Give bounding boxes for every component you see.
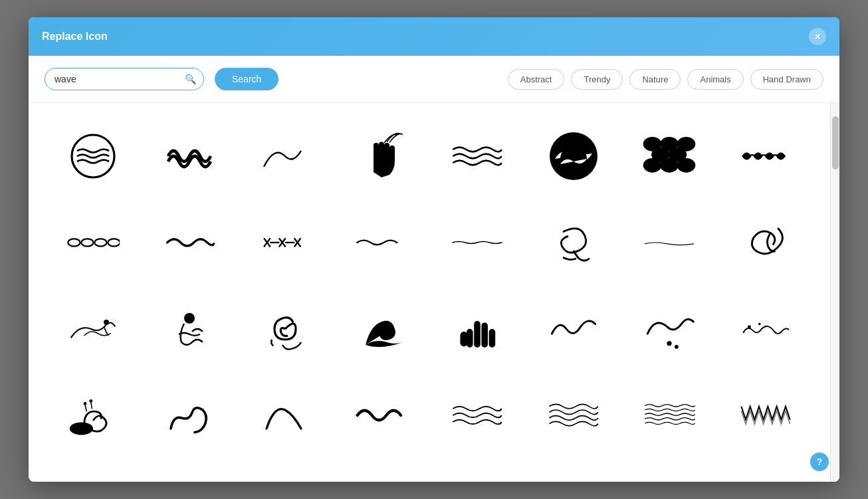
icon-long-wavy[interactable] <box>433 203 522 282</box>
icon-squiggly-small[interactable] <box>145 203 235 282</box>
icon-wave-drops[interactable] <box>625 289 714 369</box>
icon-multi-wavy2[interactable] <box>529 375 619 455</box>
icon-crashing-wave[interactable] <box>337 289 427 369</box>
svg-point-34 <box>84 402 87 405</box>
close-button[interactable]: × <box>809 28 826 45</box>
svg-rect-24 <box>482 322 488 348</box>
svg-point-21 <box>184 313 195 324</box>
svg-point-27 <box>667 341 672 346</box>
icon-snail[interactable] <box>49 375 138 455</box>
replace-icon-modal: Replace Icon × 🔍 Search Abstract Trendy … <box>29 17 839 482</box>
filter-abstract[interactable]: Abstract <box>508 69 565 90</box>
modal-body <box>29 103 839 482</box>
svg-point-35 <box>90 399 93 403</box>
svg-point-2 <box>560 146 587 172</box>
search-button[interactable]: Search <box>215 68 278 90</box>
icon-wavy-lines[interactable] <box>433 116 522 196</box>
icon-ocean-wave[interactable] <box>529 116 619 196</box>
svg-point-14 <box>68 239 80 246</box>
modal-toolbar: 🔍 Search Abstract Trendy Nature Animals … <box>29 56 839 103</box>
svg-point-17 <box>108 239 120 246</box>
icon-curly-wave[interactable] <box>721 203 811 282</box>
svg-line-32 <box>85 405 86 411</box>
icon-open-hand[interactable] <box>433 289 522 369</box>
icon-approx-wave[interactable] <box>337 375 427 455</box>
svg-point-29 <box>748 325 751 328</box>
filter-nature[interactable]: Nature <box>629 69 681 90</box>
svg-rect-26 <box>461 332 468 346</box>
icon-chain-wave2[interactable] <box>49 203 138 282</box>
icon-wave-swirl[interactable] <box>529 203 619 282</box>
svg-line-33 <box>91 402 92 409</box>
icon-chain-wave[interactable] <box>721 116 811 196</box>
icon-infinity-wave[interactable] <box>145 116 235 196</box>
modal-header: Replace Icon × <box>29 17 839 56</box>
icon-swimmer[interactable] <box>145 289 235 369</box>
icon-x-chain[interactable] <box>241 203 330 282</box>
icon-wave-circle[interactable] <box>49 116 138 196</box>
svg-point-20 <box>104 320 109 325</box>
icon-flat-wave[interactable] <box>625 203 714 282</box>
svg-point-16 <box>95 239 107 246</box>
svg-point-30 <box>758 323 761 326</box>
icon-zigzag-wave[interactable] <box>721 375 811 455</box>
svg-point-31 <box>70 422 93 435</box>
filter-tags: Abstract Trendy Nature Animals Hand Draw… <box>508 69 823 90</box>
icon-simple-wave[interactable] <box>241 116 330 196</box>
icon-fish-scale[interactable] <box>625 116 714 196</box>
svg-rect-25 <box>489 329 496 348</box>
help-button[interactable]: ? <box>810 452 829 471</box>
filter-animals[interactable]: Animals <box>687 69 743 90</box>
filter-trendy[interactable]: Trendy <box>571 69 623 90</box>
icon-multi-wavy[interactable] <box>433 375 522 455</box>
svg-rect-23 <box>474 321 481 348</box>
svg-point-9 <box>661 159 678 172</box>
icons-grid <box>49 116 810 455</box>
scrollbar-thumb[interactable] <box>832 116 839 169</box>
icons-area <box>29 103 830 482</box>
svg-point-10 <box>678 159 695 172</box>
icon-multi-wavy3[interactable] <box>625 375 714 455</box>
icon-wave-curl[interactable] <box>145 375 235 455</box>
svg-point-15 <box>82 239 94 246</box>
modal-title: Replace Icon <box>42 31 108 43</box>
svg-point-28 <box>675 345 679 349</box>
icon-hand-wave[interactable] <box>337 116 427 196</box>
icon-wave-line[interactable] <box>529 289 619 369</box>
filter-hand-drawn[interactable]: Hand Drawn <box>750 69 823 90</box>
svg-point-8 <box>644 159 661 172</box>
icon-surfer-wave[interactable] <box>49 289 138 369</box>
search-input[interactable] <box>45 68 204 90</box>
icon-cloud-wave[interactable] <box>721 289 811 369</box>
icon-wavy-thin[interactable] <box>337 203 427 282</box>
icon-spiral-wave[interactable] <box>241 289 330 369</box>
scrollbar-track[interactable] <box>830 103 839 482</box>
icon-wave-arch[interactable] <box>241 375 330 455</box>
search-wrapper: 🔍 <box>45 68 204 90</box>
